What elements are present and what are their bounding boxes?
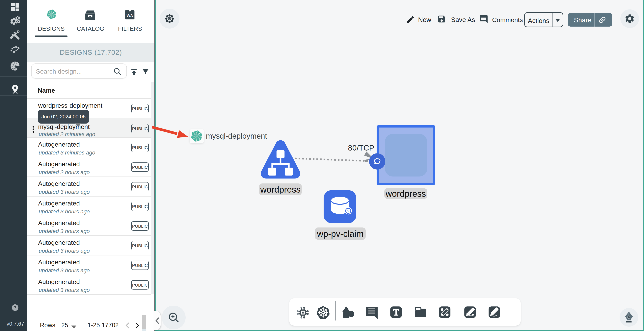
svg-text:?: ? bbox=[347, 209, 350, 213]
svg-text:?: ? bbox=[14, 305, 16, 310]
svg-text:WA: WA bbox=[127, 13, 133, 18]
